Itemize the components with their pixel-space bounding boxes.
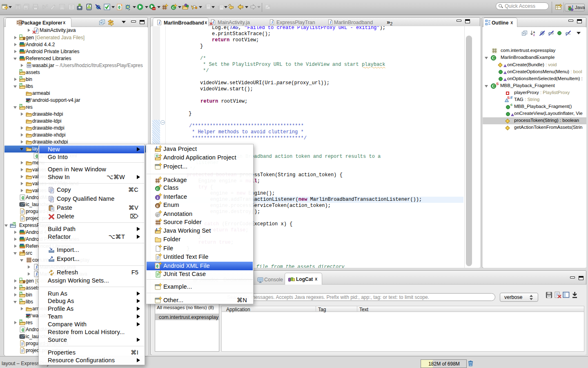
svg-text:J: J xyxy=(155,145,158,150)
svg-text:C: C xyxy=(46,4,48,7)
svg-text:z: z xyxy=(533,34,535,36)
svg-text:a: a xyxy=(533,31,535,34)
svg-text:J: J xyxy=(155,227,158,232)
